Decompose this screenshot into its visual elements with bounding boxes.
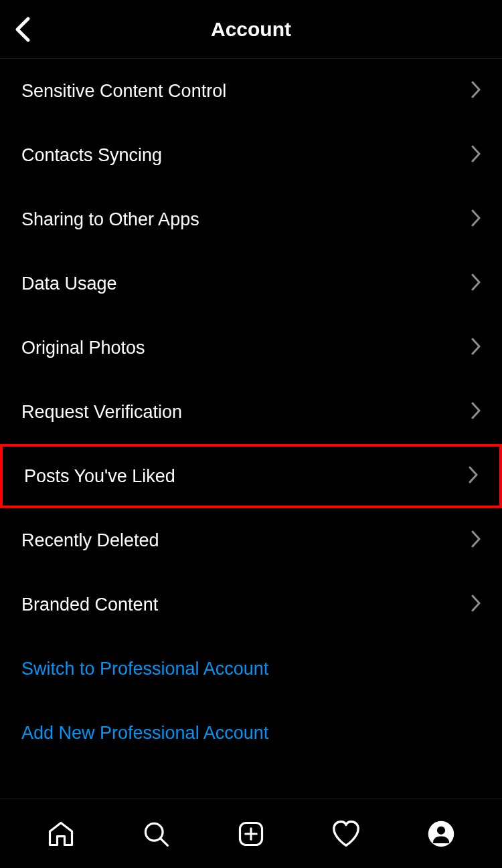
row-request-verification[interactable]: Request Verification: [0, 380, 502, 444]
link-add-professional[interactable]: Add New Professional Account: [0, 701, 502, 765]
chevron-right-icon: [471, 530, 481, 550]
chevron-left-icon: [13, 16, 32, 43]
nav-search[interactable]: [136, 814, 176, 854]
row-sensitive-content-control[interactable]: Sensitive Content Control: [0, 59, 502, 123]
row-sharing-to-other-apps[interactable]: Sharing to Other Apps: [0, 187, 502, 251]
row-label: Posts You've Liked: [24, 466, 175, 487]
row-branded-content[interactable]: Branded Content: [0, 572, 502, 637]
profile-icon: [427, 820, 455, 848]
settings-list: Sensitive Content Control Contacts Synci…: [0, 59, 502, 798]
row-label: Sharing to Other Apps: [21, 209, 199, 230]
chevron-right-icon: [469, 466, 478, 486]
header: Account: [0, 0, 502, 59]
link-switch-professional[interactable]: Switch to Professional Account: [0, 637, 502, 701]
row-recently-deleted[interactable]: Recently Deleted: [0, 508, 502, 572]
svg-line-1: [161, 839, 167, 845]
bottom-nav: [0, 798, 502, 868]
plus-square-icon: [236, 819, 266, 849]
row-contacts-syncing[interactable]: Contacts Syncing: [0, 123, 502, 187]
row-label: Contacts Syncing: [21, 145, 162, 166]
search-icon: [141, 819, 171, 849]
row-label: Sensitive Content Control: [21, 81, 226, 102]
chevron-right-icon: [471, 209, 481, 229]
chevron-right-icon: [471, 274, 481, 294]
chevron-right-icon: [471, 145, 481, 165]
nav-create[interactable]: [231, 814, 271, 854]
nav-home[interactable]: [41, 814, 81, 854]
row-data-usage[interactable]: Data Usage: [0, 251, 502, 316]
svg-point-6: [437, 826, 445, 834]
row-label: Recently Deleted: [21, 530, 159, 551]
link-label: Switch to Professional Account: [21, 659, 268, 679]
home-icon: [46, 819, 76, 849]
chevron-right-icon: [471, 594, 481, 615]
row-label: Branded Content: [21, 594, 158, 615]
row-original-photos[interactable]: Original Photos: [0, 316, 502, 380]
nav-activity[interactable]: [326, 814, 366, 854]
row-posts-youve-liked[interactable]: Posts You've Liked: [0, 444, 502, 508]
heart-icon: [331, 819, 361, 849]
chevron-right-icon: [471, 402, 481, 422]
back-button[interactable]: [8, 15, 37, 44]
row-label: Data Usage: [21, 274, 117, 294]
row-label: Original Photos: [21, 338, 145, 358]
row-label: Request Verification: [21, 402, 182, 423]
chevron-right-icon: [471, 81, 481, 101]
nav-profile[interactable]: [421, 814, 461, 854]
page-title: Account: [0, 18, 502, 41]
chevron-right-icon: [471, 338, 481, 358]
link-label: Add New Professional Account: [21, 723, 268, 744]
